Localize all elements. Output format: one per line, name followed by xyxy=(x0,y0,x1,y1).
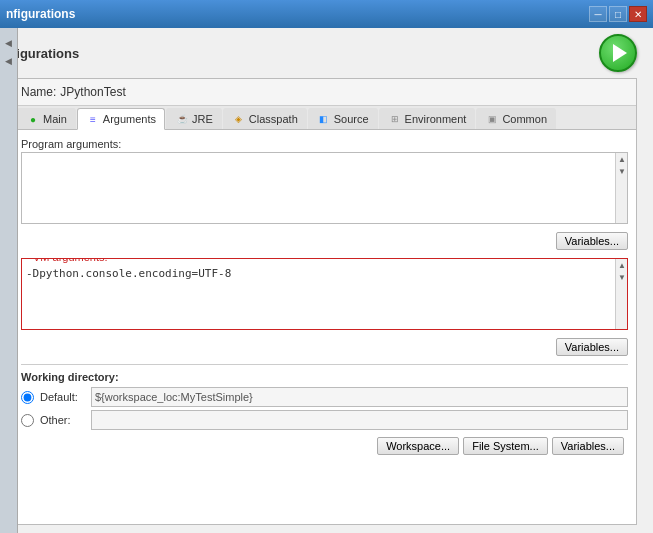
vm-scroll-up[interactable]: ▲ xyxy=(616,259,628,271)
run-button[interactable] xyxy=(599,34,637,72)
tab-main-label: Main xyxy=(43,113,67,125)
left-arrow2: ◀ xyxy=(4,54,14,68)
program-args-box: ▲ ▼ xyxy=(21,152,628,224)
left-arrow: ◀ xyxy=(4,36,14,50)
run-icon xyxy=(613,44,627,62)
default-radio-row: Default: xyxy=(21,387,628,407)
title-bar: nfigurations ─ □ ✕ xyxy=(0,0,653,28)
variables-btn-row-2: Variables... xyxy=(21,338,628,356)
tab-jre-label: JRE xyxy=(192,113,213,125)
common-tab-icon: ▣ xyxy=(485,112,499,126)
variables-button-3[interactable]: Variables... xyxy=(552,437,624,455)
variables-button-2[interactable]: Variables... xyxy=(556,338,628,356)
other-radio-label: Other: xyxy=(40,414,85,426)
classpath-tab-icon: ◈ xyxy=(232,112,246,126)
other-radio[interactable] xyxy=(21,414,34,427)
vm-args-box: VM arguments: -Dpython.console.encoding=… xyxy=(21,258,628,330)
tab-classpath[interactable]: ◈ Classpath xyxy=(223,108,307,129)
main-tab-icon: ● xyxy=(26,112,40,126)
title-bar-title: nfigurations xyxy=(6,7,75,21)
env-tab-icon: ⊞ xyxy=(388,112,402,126)
program-args-input[interactable] xyxy=(22,153,615,223)
name-value: JPythonTest xyxy=(60,85,125,99)
scroll-up-arrow[interactable]: ▲ xyxy=(616,153,628,165)
name-row: Name: JPythonTest xyxy=(13,79,636,106)
default-path-input[interactable] xyxy=(91,387,628,407)
bottom-buttons-row: Workspace... File System... Variables... xyxy=(21,433,628,459)
minimize-button[interactable]: ─ xyxy=(589,6,607,22)
program-args-label: Program arguments: xyxy=(21,138,628,150)
tab-content-area: Program arguments: ▲ ▼ Variables... xyxy=(13,130,636,524)
tab-common[interactable]: ▣ Common xyxy=(476,108,556,129)
other-path-input[interactable] xyxy=(91,410,628,430)
name-label: Name: xyxy=(21,85,56,99)
title-bar-controls: ─ □ ✕ xyxy=(589,6,647,22)
filesystem-button[interactable]: File System... xyxy=(463,437,548,455)
tab-classpath-label: Classpath xyxy=(249,113,298,125)
vm-args-scrollbar: ▲ ▼ xyxy=(615,259,627,329)
source-tab-icon: ◧ xyxy=(317,112,331,126)
tab-source-label: Source xyxy=(334,113,369,125)
tabs-row: ● Main ≡ Arguments ☕ JRE ◈ Classpath ◧ xyxy=(13,106,636,130)
content-panel: Name: JPythonTest ● Main ≡ Arguments ☕ J… xyxy=(12,78,637,525)
main-window: ◀ ◀ nfigurations Name: JPythonTest ● Mai… xyxy=(0,28,653,533)
tab-arguments[interactable]: ≡ Arguments xyxy=(77,108,165,130)
program-args-scrollbar: ▲ ▼ xyxy=(615,153,627,223)
variables-btn-row-1: Variables... xyxy=(21,232,628,250)
default-radio-label: Default: xyxy=(40,391,85,403)
tab-jre[interactable]: ☕ JRE xyxy=(166,108,222,129)
jre-tab-icon: ☕ xyxy=(175,112,189,126)
tab-arguments-label: Arguments xyxy=(103,113,156,125)
program-args-section: Program arguments: ▲ ▼ xyxy=(21,138,628,224)
left-panel: ◀ ◀ xyxy=(0,28,18,533)
tab-source[interactable]: ◧ Source xyxy=(308,108,378,129)
working-dir-label: Working directory: xyxy=(21,371,628,383)
workspace-button[interactable]: Workspace... xyxy=(377,437,459,455)
other-radio-row: Other: xyxy=(21,410,628,430)
default-radio[interactable] xyxy=(21,391,34,404)
vm-args-section: VM arguments: -Dpython.console.encoding=… xyxy=(21,258,628,330)
args-tab-icon: ≡ xyxy=(86,112,100,126)
working-directory-section: Working directory: Default: Other: xyxy=(21,364,628,459)
vm-args-value[interactable]: -Dpython.console.encoding=UTF-8 xyxy=(22,259,627,284)
tab-environment-label: Environment xyxy=(405,113,467,125)
close-button[interactable]: ✕ xyxy=(629,6,647,22)
scroll-down-arrow[interactable]: ▼ xyxy=(616,165,628,177)
maximize-button[interactable]: □ xyxy=(609,6,627,22)
vm-args-legend: VM arguments: xyxy=(30,258,111,263)
variables-button-1[interactable]: Variables... xyxy=(556,232,628,250)
tab-environment[interactable]: ⊞ Environment xyxy=(379,108,476,129)
tab-common-label: Common xyxy=(502,113,547,125)
tab-main[interactable]: ● Main xyxy=(17,108,76,129)
vm-scroll-down[interactable]: ▼ xyxy=(616,271,628,283)
